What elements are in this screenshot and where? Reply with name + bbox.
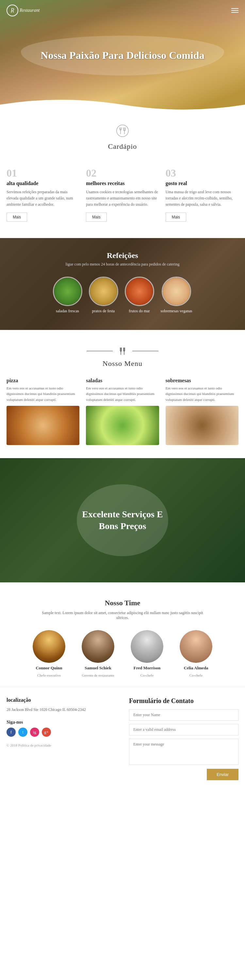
menu-pizza-title: pizza (6, 378, 79, 383)
social-facebook[interactable]: f (6, 727, 16, 737)
social-twitter[interactable]: t (18, 727, 27, 737)
feature-3-btn[interactable]: Mais (166, 213, 186, 222)
food-sobremesas[interactable]: sobremesas veganas (161, 277, 193, 313)
member-connor-role: Chefe executivo (37, 673, 61, 677)
feature-1-num: 01 (6, 167, 79, 179)
member-celia-name: Celia Almeda (184, 665, 209, 671)
footer: localização 28 Jackson Blvd Ste 1020 Chi… (0, 687, 245, 787)
social-icons: f t ig g+ (6, 727, 116, 737)
avatar-samuel (82, 630, 114, 663)
social-instagram[interactable]: ig (30, 727, 39, 737)
feature-1-title: alta qualidade (6, 180, 79, 186)
cardapio-title: Cardápio (6, 142, 239, 151)
member-fred-role: Co-chefe (141, 673, 153, 677)
cardapio-icon (6, 124, 239, 140)
menu-icon (118, 346, 127, 356)
contact-name-input[interactable] (129, 709, 239, 721)
menu-saladas: saladas Em vero eos et accusamus et iust… (86, 378, 159, 445)
logo-text: Restaurant (20, 8, 40, 13)
logo[interactable]: R Restaurant (6, 5, 40, 16)
footer-right: Formulário de Contato Enviar (129, 697, 239, 780)
location-heading: localização (6, 697, 116, 703)
team-title: Nosso Time (6, 599, 239, 607)
refeicoes-subtitle: ligue com pelo menos 24 horas de anteced… (6, 262, 239, 267)
features-section: 01 alta qualidade Servimos refeições pre… (0, 167, 245, 235)
food-festa[interactable]: pratos de festa (89, 277, 118, 313)
avatar-fred (131, 630, 163, 663)
footer-left: localização 28 Jackson Blvd Ste 1020 Chi… (6, 697, 116, 780)
food-frutos[interactable]: frutos do mar (125, 277, 154, 313)
menu-saladas-desc: Em vero eos et accusamus et iusto odio d… (86, 385, 159, 403)
contact-email-input[interactable] (129, 724, 239, 735)
food-sobremesas-label: sobremesas veganas (161, 309, 193, 313)
menu-sobremesas-img (166, 406, 239, 445)
food-saladas-label: saladas frescas (56, 309, 79, 313)
team-member-samuel: Samuel Schiek Gerente de restaurante (77, 630, 119, 677)
team-member-celia: Celia Almeda Co-chefe (175, 630, 217, 677)
avatar-connor (33, 630, 65, 663)
menu-sobremesas: sobremesas Em vero eos et accusamus et i… (166, 378, 239, 445)
cardapio-section: Cardápio (0, 111, 245, 167)
feature-2-btn[interactable]: Mais (86, 213, 106, 222)
feature-3-num: 03 (166, 167, 239, 179)
menu-pizza: pizza Em vero eos et accusamus et iusto … (6, 378, 79, 445)
menu-pizza-desc: Em vero eos et accusamus et iusto odio d… (6, 385, 79, 403)
team-section: Nosso Time Sample text. Lorem ipsum dolo… (0, 585, 245, 687)
divider-right (132, 351, 158, 351)
menu-section: Nosso Menu pizza Em vero eos et accusamu… (0, 333, 245, 455)
feature-3: 03 gosto real Uma massa de trigo azul le… (166, 167, 239, 222)
social-heading: Siga-nos (6, 720, 116, 725)
social-googleplus[interactable]: g+ (42, 727, 51, 737)
menu-saladas-title: saladas (86, 378, 159, 383)
member-celia-role: Co-chefe (190, 673, 202, 677)
avatar-celia (180, 630, 212, 663)
menu-title: Nosso Menu (6, 360, 239, 368)
hero-title: Nossa Paixão Para Delicioso Comida (41, 49, 204, 62)
team-member-fred: Fred Morrison Co-chefe (126, 630, 168, 677)
copyright: © 2018 Política de privacidade (6, 743, 116, 747)
contact-submit-btn[interactable]: Enviar (207, 769, 239, 780)
team-member-connor: Connor Quinn Chefe executivo (28, 630, 70, 677)
food-saladas[interactable]: saladas frescas (53, 277, 82, 313)
excellent-section: Excelente Serviços E Bons Preços (0, 458, 245, 582)
contact-title: Formulário de Contato (129, 697, 239, 705)
location-address: 28 Jackson Blvd Ste 1020 Chicago IL 6050… (6, 706, 116, 713)
contact-message-input[interactable] (129, 739, 239, 765)
menu-sobremesas-title: sobremesas (166, 378, 239, 383)
member-samuel-name: Samuel Schiek (85, 665, 111, 671)
member-fred-name: Fred Morrison (134, 665, 160, 671)
menu-items: pizza Em vero eos et accusamus et iusto … (6, 378, 239, 445)
feature-2-num: 02 (86, 167, 159, 179)
feature-1: 01 alta qualidade Servimos refeições pre… (6, 167, 79, 222)
food-frutos-label: frutos do mar (129, 309, 150, 313)
team-desc: Sample text. Lorem ipsum dolor sit amet,… (41, 611, 204, 620)
team-members: Connor Quinn Chefe executivo Samuel Schi… (6, 630, 239, 677)
svg-point-0 (117, 125, 128, 137)
divider-left (87, 351, 113, 351)
food-circles: saladas frescas pratos de festa frutos d… (6, 277, 239, 313)
menu-sobremesas-desc: Em vero eos et accusamus et iusto odio d… (166, 385, 239, 403)
feature-3-title: gosto real (166, 180, 239, 186)
hamburger-menu[interactable] (231, 8, 239, 13)
menu-pizza-img (6, 406, 79, 445)
menu-saladas-img (86, 406, 159, 445)
food-festa-label: pratos de festa (92, 309, 115, 313)
excellent-title: Excelente Serviços E Bons Preços (77, 509, 168, 532)
feature-1-desc: Servimos refeições preparadas da mais el… (6, 189, 79, 208)
feature-2-title: melhores receitas (86, 180, 159, 186)
refeicoes-section: Refeições ligue com pelo menos 24 horas … (0, 238, 245, 330)
member-connor-name: Connor Quinn (36, 665, 62, 671)
feature-3-desc: Uma massa de trigo azul leve com nossos … (166, 189, 239, 208)
feature-1-btn[interactable]: Mais (6, 213, 27, 222)
feature-2: 02 melhores receitas Usamos cookies e te… (86, 167, 159, 222)
feature-2-desc: Usamos cookies e tecnologias semelhantes… (86, 189, 159, 208)
refeicoes-title: Refeições (6, 251, 239, 260)
member-samuel-role: Gerente de restaurante (82, 673, 114, 677)
